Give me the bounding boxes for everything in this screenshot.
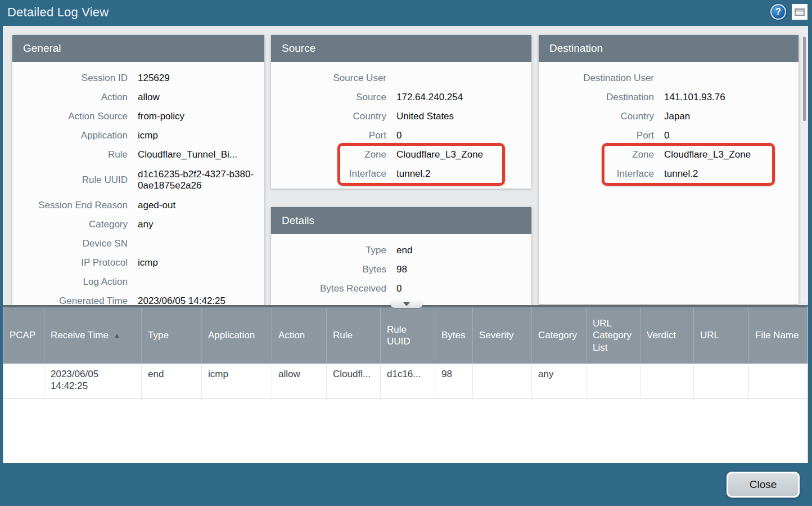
general-panel: General Session ID125629 Actionallow Act… <box>12 35 264 305</box>
field-label: Type <box>271 245 386 256</box>
column-header-file-name[interactable]: File Name <box>749 307 808 364</box>
log-table: PCAP Receive Time▲ Type Application Acti… <box>3 305 808 463</box>
field-value: from-policy <box>138 111 184 122</box>
field-label: Rule UUID <box>12 174 128 186</box>
field-label: Category <box>12 219 128 230</box>
column-label: Verdict <box>647 329 676 341</box>
field-row-destination-port: Port0 <box>539 126 799 145</box>
column-label: URL Category List <box>593 317 634 353</box>
field-value: 0 <box>396 283 402 294</box>
help-icon[interactable]: ? <box>770 4 786 20</box>
column-header-url[interactable]: URL <box>694 307 749 364</box>
field-value: tunnel.2 <box>396 168 431 180</box>
cell-action: allow <box>272 364 327 398</box>
field-label: Session ID <box>12 73 128 84</box>
column-label: File Name <box>755 329 799 341</box>
table-row[interactable]: 2023/06/05 14:42:25 end icmp allow Cloud… <box>3 364 808 398</box>
detailed-log-view-dialog: Detailed Log View ? General Session ID12… <box>0 0 812 506</box>
field-label: Log Action <box>12 276 128 288</box>
field-value: 141.101.93.76 <box>664 92 725 103</box>
field-label: Destination <box>539 92 654 103</box>
field-value: icmp <box>138 130 158 141</box>
column-label: Bytes <box>441 329 466 341</box>
column-header-url-category-list[interactable]: URL Category List <box>587 307 640 364</box>
field-value: 2023/06/05 14:42:25 <box>138 295 225 305</box>
column-header-application[interactable]: Application <box>202 307 272 364</box>
column-header-type[interactable]: Type <box>142 307 202 364</box>
field-value: 125629 <box>138 73 170 84</box>
field-value: d1c16235-b2f2-4327-b380-0ae1875e2a26 <box>138 169 259 191</box>
field-row-source-user: Source User <box>271 69 531 88</box>
vertical-scrollbar[interactable] <box>801 30 808 302</box>
source-panel: Source Source User Source172.64.240.254 … <box>271 35 531 189</box>
field-value: 0 <box>396 130 402 141</box>
field-row-source: Source172.64.240.254 <box>271 88 531 107</box>
field-label: Interface <box>271 168 386 180</box>
field-label: Device SN <box>12 238 128 249</box>
column-label: Receive Time <box>51 329 109 341</box>
field-row-session-id: Session ID125629 <box>12 69 264 88</box>
column-label: Severity <box>479 329 513 341</box>
column-header-severity[interactable]: Severity <box>473 307 532 364</box>
column-header-verdict[interactable]: Verdict <box>640 307 694 364</box>
field-label: Action <box>12 92 128 103</box>
field-label: IP Protocol <box>12 257 128 268</box>
field-row-generated-time: Generated Time2023/06/05 14:42:25 <box>12 292 264 305</box>
cell-rule: Cloudfl... <box>327 364 381 398</box>
field-value: any <box>138 219 153 230</box>
field-label: Rule <box>12 149 128 160</box>
cell-type: end <box>142 364 202 398</box>
field-row-rule-uuid: Rule UUIDd1c16235-b2f2-4327-b380-0ae1875… <box>12 164 264 196</box>
cell-rule-uuid: d1c16... <box>381 364 435 398</box>
field-label: Zone <box>539 149 654 160</box>
field-label: Country <box>539 111 654 122</box>
field-row-source-zone: ZoneCloudflare_L3_Zone <box>271 145 531 164</box>
close-button[interactable]: Close <box>727 472 800 498</box>
scrollbar-thumb[interactable] <box>803 37 806 121</box>
cell-file-name <box>749 364 808 398</box>
field-row-type: Typeend <box>271 241 531 260</box>
field-row-application: Applicationicmp <box>12 126 264 145</box>
destination-panel: Destination Destination User Destination… <box>539 35 799 304</box>
splitter-handle[interactable] <box>390 301 423 308</box>
field-row-action: Actionallow <box>12 88 264 107</box>
field-label: Session End Reason <box>12 200 128 211</box>
column-header-category[interactable]: Category <box>532 307 587 364</box>
column-header-rule-uuid[interactable]: Rule UUID <box>381 307 435 364</box>
source-panel-title: Source <box>271 35 531 62</box>
field-label: Application <box>12 130 128 141</box>
destination-panel-title: Destination <box>539 35 799 62</box>
field-value: tunnel.2 <box>664 168 698 180</box>
field-row-category: Categoryany <box>12 215 264 234</box>
field-row-destination-user: Destination User <box>539 69 799 88</box>
log-detail-panels-area: General Session ID125629 Actionallow Act… <box>3 26 808 305</box>
column-header-rule[interactable]: Rule <box>327 307 381 364</box>
sort-ascending-icon: ▲ <box>114 332 120 340</box>
column-header-action[interactable]: Action <box>272 307 327 364</box>
maximize-window-icon[interactable] <box>792 4 808 20</box>
field-value: 172.64.240.254 <box>396 92 463 103</box>
cell-bytes: 98 <box>435 364 473 398</box>
field-value: Cloudflare_Tunnel_Bi... <box>138 149 237 160</box>
cell-receive-time: 2023/06/05 14:42:25 <box>44 364 142 398</box>
column-label: Action <box>278 329 305 341</box>
column-label: Type <box>148 329 169 341</box>
field-value: Japan <box>664 111 690 122</box>
field-row-device-sn: Device SN <box>12 234 264 253</box>
column-header-receive-time[interactable]: Receive Time▲ <box>44 307 142 364</box>
field-label: Port <box>539 130 654 141</box>
general-panel-title: General <box>12 35 264 62</box>
field-label: Bytes Received <box>271 283 386 294</box>
column-header-pcap[interactable]: PCAP <box>3 307 44 364</box>
field-label: Bytes <box>271 264 386 275</box>
cell-url <box>694 364 749 398</box>
column-label: URL <box>700 329 719 341</box>
field-value: Cloudflare_L3_Zone <box>664 149 751 160</box>
column-label: Rule <box>333 329 353 341</box>
column-header-bytes[interactable]: Bytes <box>435 307 473 364</box>
field-label: Source <box>271 92 386 103</box>
title-bar: Detailed Log View ? <box>0 0 812 26</box>
field-value: United States <box>396 111 454 122</box>
field-row-log-action: Log Action <box>12 272 264 292</box>
field-label: Generated Time <box>12 295 128 305</box>
